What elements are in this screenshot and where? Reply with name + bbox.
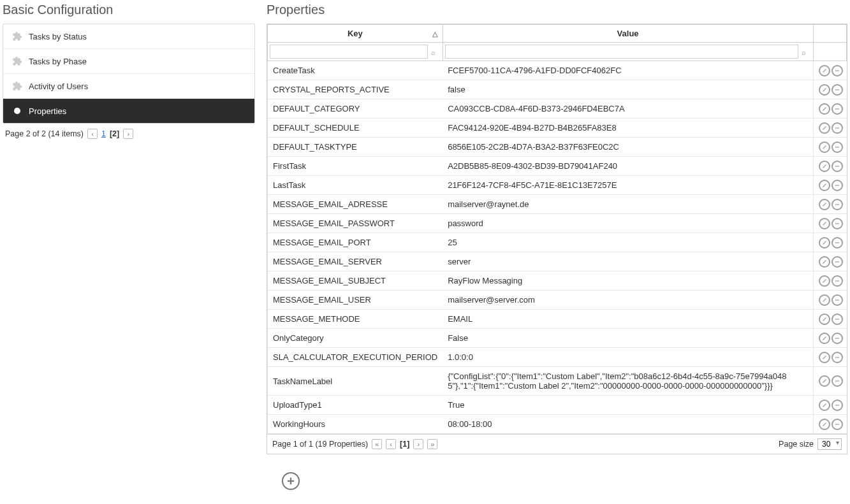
grid-pager-next[interactable]: ›	[413, 439, 423, 449]
puzzle-icon	[12, 81, 22, 91]
table-row: LastTask21F6F124-7CF8-4F5C-A71E-8E1C13E7…	[268, 176, 847, 195]
sidebar-item-3[interactable]: Properties	[3, 99, 254, 123]
filter-key-input[interactable]	[270, 45, 428, 59]
edit-icon[interactable]	[819, 400, 830, 411]
delete-icon[interactable]	[832, 375, 843, 387]
main-title: Properties	[267, 3, 847, 17]
cell-actions	[813, 233, 847, 252]
svg-line-9	[823, 145, 826, 148]
sort-asc-icon: △	[432, 29, 437, 38]
edit-icon[interactable]	[819, 313, 830, 325]
delete-icon[interactable]	[832, 352, 843, 363]
cell-actions	[813, 291, 847, 310]
svg-line-21	[823, 260, 826, 263]
delete-icon[interactable]	[832, 275, 843, 287]
cell-key: TaskNameLabel	[268, 367, 443, 396]
edit-icon[interactable]	[819, 352, 830, 363]
col-value-header[interactable]: Value	[443, 25, 813, 43]
table-row: MESSAGE_EMAIL_SUBJECTRayFlow Messaging	[268, 271, 847, 291]
cell-value: False	[443, 329, 813, 348]
table-row: MESSAGE_EMAIL_SERVERserver	[268, 252, 847, 271]
grid-pager-prev[interactable]: ‹	[386, 439, 396, 449]
svg-line-7	[823, 126, 826, 129]
edit-icon[interactable]	[819, 103, 830, 115]
grid-pager-first[interactable]: «	[372, 439, 382, 449]
edit-icon[interactable]	[819, 256, 830, 268]
delete-icon[interactable]	[832, 419, 843, 430]
sidebar-item-1[interactable]: Tasks by Phase	[3, 49, 254, 74]
sidebar-title: Basic Configuration	[3, 3, 255, 17]
svg-line-29	[823, 336, 826, 340]
delete-icon[interactable]	[832, 400, 843, 411]
edit-icon[interactable]	[819, 141, 830, 153]
edit-icon[interactable]	[819, 180, 830, 191]
table-row: MESSAGE_EMAIL_ADRESSEmailserver@raynet.d…	[268, 195, 847, 214]
add-property-button[interactable]	[282, 472, 300, 490]
edit-icon[interactable]	[819, 275, 830, 287]
cell-actions	[813, 396, 847, 415]
edit-icon[interactable]	[819, 218, 830, 229]
delete-icon[interactable]	[832, 161, 843, 172]
grid-pager-last[interactable]: »	[427, 439, 437, 449]
table-row: DEFAULT_SCHEDULEFAC94124-920E-4B94-B27D-…	[268, 119, 847, 138]
cell-value: True	[443, 396, 813, 415]
properties-grid: Key △ Value ⌕ ⌕	[267, 24, 847, 454]
delete-icon[interactable]	[832, 333, 843, 344]
filter-value-icon[interactable]: ⌕	[802, 48, 806, 56]
cell-value: 25	[443, 233, 813, 252]
svg-line-11	[823, 164, 826, 168]
cell-value: 6856E105-2C2B-4D7A-B3A2-B37F63FE0C2C	[443, 138, 813, 157]
edit-icon[interactable]	[819, 419, 830, 430]
cell-value: mailserver@raynet.de	[443, 195, 813, 214]
edit-icon[interactable]	[819, 294, 830, 306]
delete-icon[interactable]	[832, 294, 843, 306]
edit-icon[interactable]	[819, 84, 830, 96]
svg-line-33	[823, 380, 826, 383]
delete-icon[interactable]	[832, 199, 843, 210]
edit-icon[interactable]	[819, 199, 830, 210]
delete-icon[interactable]	[832, 122, 843, 134]
cell-actions	[813, 367, 847, 396]
delete-icon[interactable]	[832, 237, 843, 248]
edit-icon[interactable]	[819, 333, 830, 344]
sidebar-pager-prev[interactable]: ‹	[87, 129, 98, 139]
delete-icon[interactable]	[832, 141, 843, 153]
sidebar-item-label: Tasks by Status	[29, 32, 87, 41]
col-actions-header	[813, 25, 847, 43]
delete-icon[interactable]	[832, 180, 843, 191]
edit-icon[interactable]	[819, 375, 830, 387]
sidebar-item-2[interactable]: Activity of Users	[3, 74, 254, 99]
cell-key: UploadType1	[268, 396, 443, 415]
cell-key: OnlyCategory	[268, 329, 443, 348]
edit-icon[interactable]	[819, 161, 830, 172]
delete-icon[interactable]	[832, 313, 843, 325]
delete-icon[interactable]	[832, 218, 843, 229]
cell-actions	[813, 252, 847, 271]
filter-value-input[interactable]	[445, 45, 798, 59]
cell-actions	[813, 310, 847, 329]
col-key-header[interactable]: Key △	[268, 25, 443, 43]
table-row: MESSAGE_EMAIL_PASSWORTpassword	[268, 214, 847, 233]
page-size-select[interactable]: 30	[817, 438, 842, 450]
cell-key: SLA_CALCULATOR_EXECUTION_PERIOD	[268, 348, 443, 367]
sidebar-item-label: Tasks by Phase	[29, 57, 87, 66]
cell-actions	[813, 99, 847, 119]
sidebar-pager-next[interactable]: ›	[123, 129, 133, 139]
table-row: DEFAULT_TASKTYPE6856E105-2C2B-4D7A-B3A2-…	[268, 138, 847, 157]
filter-key-icon[interactable]: ⌕	[431, 48, 436, 56]
cell-value: CA093CCB-CD8A-4F6D-B373-2946FD4EBC7A	[443, 99, 813, 119]
page-size-label: Page size	[779, 440, 814, 449]
sidebar-pager-page-1[interactable]: 1	[101, 129, 106, 138]
delete-icon[interactable]	[832, 103, 843, 115]
table-row: UploadType1True	[268, 396, 847, 415]
cell-actions	[813, 80, 847, 99]
delete-icon[interactable]	[832, 84, 843, 96]
edit-icon[interactable]	[819, 237, 830, 248]
edit-icon[interactable]	[819, 65, 830, 76]
sidebar-pager-text: Page 2 of 2 (14 items)	[5, 129, 84, 138]
sidebar-item-0[interactable]: Tasks by Status	[3, 24, 254, 49]
edit-icon[interactable]	[819, 122, 830, 134]
delete-icon[interactable]	[832, 65, 843, 76]
cell-actions	[813, 176, 847, 195]
delete-icon[interactable]	[832, 256, 843, 268]
